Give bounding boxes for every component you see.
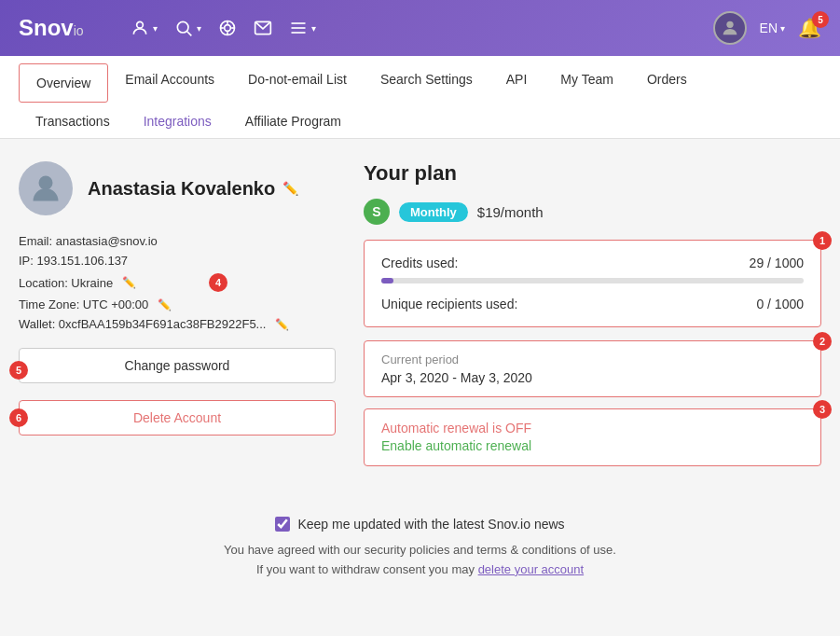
- plan-badge-monthly: Monthly: [399, 202, 468, 222]
- timezone-edit-icon[interactable]: ✏️: [158, 298, 172, 311]
- avatar[interactable]: [713, 11, 747, 45]
- search-icon[interactable]: ▾: [174, 19, 201, 37]
- user-name-row: Anastasia Kovalenko ✏️: [88, 178, 298, 200]
- tab-search-settings[interactable]: Search Settings: [364, 61, 489, 100]
- newsletter-label: Keep me updated with the latest Snov.io …: [297, 517, 564, 532]
- header-right: EN ▾ 🔔 5: [713, 11, 821, 45]
- svg-point-1: [177, 21, 188, 33]
- tab-email-accounts[interactable]: Email Accounts: [108, 61, 231, 100]
- tab-overview[interactable]: Overview: [19, 63, 108, 103]
- plan-title: Your plan: [364, 161, 821, 186]
- user-icon[interactable]: ▾: [131, 19, 158, 37]
- period-value: Apr 3, 2020 - May 3, 2020: [381, 370, 804, 385]
- user-location-item: Location: Ukraine ✏️ 4: [19, 273, 336, 292]
- renewal-box: 3 Automatic renewal is OFF Enable automa…: [364, 408, 821, 466]
- period-label: Current period: [381, 353, 804, 366]
- credits-row: Credits used: 29 / 1000: [381, 256, 804, 270]
- user-name-text: Anastasia Kovalenko: [88, 178, 275, 200]
- newsletter-checkbox[interactable]: [275, 517, 290, 532]
- tab-affiliate[interactable]: Affiliate Program: [228, 104, 358, 138]
- user-caret: ▾: [153, 23, 158, 34]
- mail-icon[interactable]: [254, 19, 272, 37]
- user-ip-text: IP: 193.151.106.137: [19, 254, 128, 268]
- unique-label: Unique recipients used:: [381, 297, 517, 311]
- lang-caret: ▾: [780, 23, 785, 34]
- menu-icon[interactable]: ▾: [289, 19, 316, 37]
- period-box: 2 Current period Apr 3, 2020 - May 3, 20…: [364, 340, 821, 397]
- search-caret: ▾: [197, 23, 201, 34]
- svg-line-2: [186, 32, 191, 36]
- svg-point-0: [136, 21, 143, 28]
- user-wallet-text: Wallet: 0xcfBAA159b34F691ac38FB2922F5...: [19, 317, 266, 331]
- logo-sub: io: [74, 23, 84, 38]
- left-panel: Anastasia Kovalenko ✏️ Email: anastasia@…: [19, 161, 336, 436]
- plan-badge-s: S: [364, 199, 390, 225]
- tab-api[interactable]: API: [489, 61, 544, 100]
- svg-point-13: [726, 21, 733, 28]
- footer-area: Keep me updated with the latest Snov.io …: [0, 507, 840, 599]
- target-icon[interactable]: [218, 19, 237, 37]
- tab-orders[interactable]: Orders: [630, 61, 704, 100]
- name-edit-icon[interactable]: ✏️: [282, 181, 298, 196]
- annotation-2-badge: 2: [813, 332, 832, 351]
- credits-box: 1 Credits used: 29 / 1000 Unique recipie…: [364, 240, 821, 327]
- unique-row: Unique recipients used: 0 / 1000: [381, 297, 804, 311]
- bell-badge: 5: [812, 11, 829, 28]
- user-email-text: Email: anastasia@snov.io: [19, 234, 158, 248]
- annotation-6-badge: 6: [9, 408, 28, 427]
- delete-account-button[interactable]: Delete Account: [19, 400, 336, 436]
- annotation-3-badge: 3: [813, 400, 832, 419]
- annotation-5-badge: 5: [9, 361, 28, 380]
- plan-price: $19/month: [477, 204, 544, 220]
- main-content: Anastasia Kovalenko ✏️ Email: anastasia@…: [0, 139, 840, 507]
- newsletter-row: Keep me updated with the latest Snov.io …: [19, 517, 821, 532]
- logo-text: Snov: [19, 15, 74, 41]
- user-wallet-item: Wallet: 0xcfBAA159b34F691ac38FB2922F5...…: [19, 317, 336, 331]
- location-edit-icon[interactable]: ✏️: [122, 276, 136, 289]
- right-panel: Your plan S Monthly $19/month 1 Credits …: [364, 161, 821, 485]
- annotation-1-badge: 1: [813, 231, 832, 250]
- nav-row-2: Transactions Integrations Affiliate Prog…: [19, 104, 821, 138]
- svg-point-14: [39, 176, 53, 190]
- progress-bar-bg: [381, 278, 804, 283]
- header-icons: ▾ ▾ ▾: [131, 19, 316, 37]
- svg-point-4: [224, 25, 230, 32]
- user-email-item: Email: anastasia@snov.io: [19, 234, 336, 248]
- credits-value: 29 / 1000: [750, 256, 804, 270]
- nav-row-1: Overview Email Accounts Do-not-email Lis…: [19, 56, 821, 104]
- navigation: Overview Email Accounts Do-not-email Lis…: [0, 56, 840, 139]
- credits-label: Credits used:: [381, 256, 458, 270]
- footer-text-1: You have agreed with our security polici…: [224, 543, 616, 557]
- user-timezone-item: Time Zone: UTC +00:00 ✏️: [19, 297, 336, 311]
- user-info-list: Email: anastasia@snov.io IP: 193.151.106…: [19, 234, 336, 331]
- footer-text: You have agreed with our security polici…: [19, 541, 821, 580]
- tab-transactions[interactable]: Transactions: [19, 104, 127, 138]
- user-info-row: Anastasia Kovalenko ✏️: [19, 161, 336, 215]
- user-ip-item: IP: 193.151.106.137: [19, 254, 336, 268]
- logo: Snovio: [19, 15, 84, 41]
- plan-badges: S Monthly $19/month: [364, 199, 821, 225]
- lang-selector[interactable]: EN ▾: [760, 21, 785, 35]
- user-timezone-text: Time Zone: UTC +00:00: [19, 297, 148, 311]
- progress-bar-fill: [381, 278, 393, 283]
- footer-text-2: If you want to withdraw consent you may: [256, 562, 475, 576]
- menu-caret: ▾: [311, 23, 316, 34]
- wallet-edit-icon[interactable]: ✏️: [275, 318, 289, 331]
- user-location-text: Location: Ukraine: [19, 276, 113, 290]
- renewal-off-text: Automatic renewal is OFF: [381, 421, 804, 436]
- user-avatar: [19, 161, 73, 215]
- tab-integrations[interactable]: Integrations: [127, 104, 228, 138]
- tab-my-team[interactable]: My Team: [544, 61, 630, 100]
- unique-value: 0 / 1000: [756, 297, 804, 311]
- enable-renewal-link[interactable]: Enable automatic renewal: [381, 438, 531, 453]
- lang-text: EN: [760, 21, 778, 35]
- header: Snovio ▾ ▾ ▾ EN ▾ 🔔 5: [0, 0, 840, 56]
- delete-account-link[interactable]: delete your account: [478, 562, 584, 576]
- bell-button[interactable]: 🔔 5: [798, 17, 821, 39]
- annotation-4-badge: 4: [209, 273, 227, 292]
- tab-do-not-email[interactable]: Do-not-email List: [231, 61, 364, 100]
- change-password-button[interactable]: Change password: [19, 348, 336, 383]
